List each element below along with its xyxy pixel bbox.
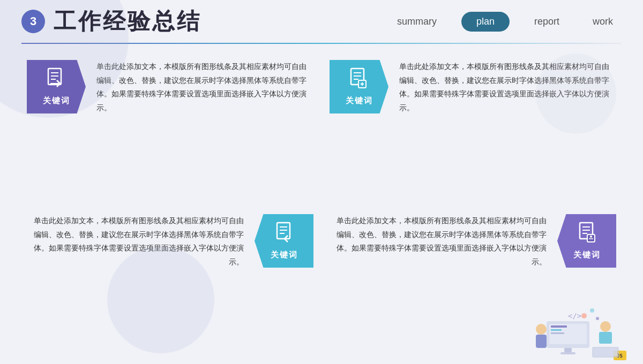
content-area: 关键词 单击此处添加文本，本模版所有图形线条及其相应素材均可自由编辑、改色、替换… <box>0 44 643 363</box>
text-bottom-right: 单击此处添加文本，本模版所有图形线条及其相应素材均可自由编辑、改色、替换，建议您… <box>330 214 547 269</box>
icon-label-bottom-left: 关键词 <box>271 250 298 260</box>
nav-plan[interactable]: plan <box>461 12 510 32</box>
nav-summary[interactable]: summary <box>388 12 445 32</box>
card-bottom-right: 单击此处添加文本，本模版所有图形线条及其相应素材均可自由编辑、改色、替换，建议您… <box>330 214 616 352</box>
doc-icon-bottom-right <box>577 222 597 248</box>
card-top-left: 关键词 单击此处添加文本，本模版所有图形线条及其相应素材均可自由编辑、改色、替换… <box>27 60 313 198</box>
doc-icon-bottom-left <box>274 222 294 248</box>
icon-block-top-left: 关键词 <box>27 60 86 113</box>
text-top-left: 单击此处添加文本，本模版所有图形线条及其相应素材均可自由编辑、改色、替换，建议您… <box>96 60 313 115</box>
nav-work[interactable]: work <box>584 12 622 32</box>
doc-icon-top-left <box>46 67 66 94</box>
icon-shape-bottom-left: 关键词 <box>255 214 313 268</box>
icon-label-top-left: 关键词 <box>43 96 70 106</box>
nav-bar: summary plan report work <box>388 12 622 32</box>
page-title: 工作经验总结 <box>54 6 388 36</box>
icon-block-bottom-left: 关键词 <box>255 214 313 268</box>
doc-icon-top-right <box>349 67 369 94</box>
header: 3 工作经验总结 summary plan report work <box>0 0 643 43</box>
card-bottom-left: 单击此处添加文本，本模版所有图形线条及其相应素材均可自由编辑、改色、替换，建议您… <box>27 214 313 352</box>
icon-shape-top-left: 关键词 <box>27 60 86 113</box>
icon-block-top-right: 关键词 <box>330 60 388 113</box>
number-badge: 3 <box>21 10 45 33</box>
card-top-right: 关键词 单击此处添加文本，本模版所有图形线条及其相应素材均可自由编辑、改色、替换… <box>330 60 616 198</box>
icon-shape-top-right: 关键词 <box>330 60 388 113</box>
text-bottom-left: 单击此处添加文本，本模版所有图形线条及其相应素材均可自由编辑、改色、替换，建议您… <box>27 214 244 269</box>
text-top-right: 单击此处添加文本，本模版所有图形线条及其相应素材均可自由编辑、改色、替换，建议您… <box>399 60 616 115</box>
icon-block-bottom-right: 关键词 <box>557 214 616 268</box>
icon-label-bottom-right: 关键词 <box>573 250 601 260</box>
icon-label-top-right: 关键词 <box>346 96 373 106</box>
nav-report[interactable]: report <box>526 12 568 32</box>
svg-point-22 <box>590 236 592 238</box>
icon-shape-bottom-right: 关键词 <box>557 214 616 268</box>
